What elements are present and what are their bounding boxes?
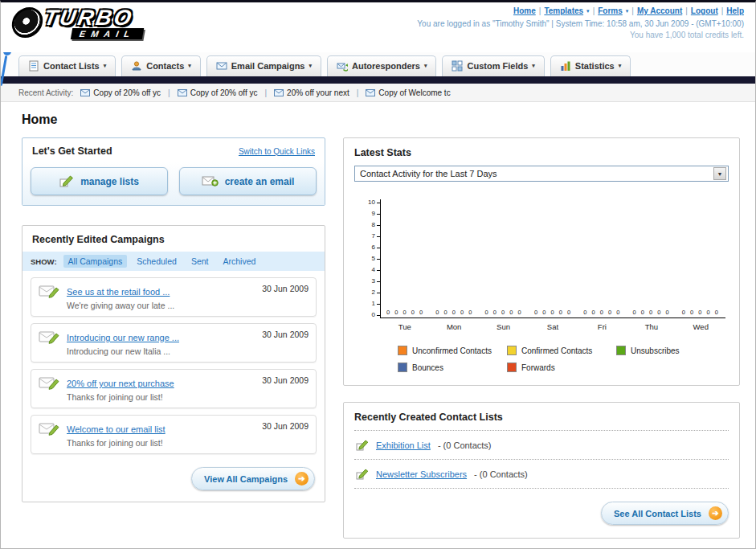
tab-label: Contacts bbox=[146, 61, 184, 71]
recent-activity-text: Copy of 20% off yc bbox=[190, 88, 258, 97]
recent-activity-item[interactable]: Copy of 20% off yc bbox=[80, 88, 161, 97]
login-info: You are logged in as "Timothy Smith" | S… bbox=[417, 19, 744, 28]
logo-text: TURBO EMAIL bbox=[44, 6, 143, 39]
stats-activity-select[interactable]: Contact Activity for the Last 7 Days ▼ bbox=[354, 166, 729, 182]
top-nav-help[interactable]: Help bbox=[726, 6, 744, 15]
legend-label: Confirmed Contacts bbox=[521, 346, 592, 355]
caret-icon: ▾ bbox=[188, 63, 191, 69]
contact-list-link[interactable]: Newsletter Subscribers bbox=[376, 469, 467, 479]
switch-quick-links-link[interactable]: Switch to Quick Links bbox=[239, 147, 315, 156]
filter-tab-scheduled[interactable]: Scheduled bbox=[132, 255, 182, 268]
legend-item: Forwards bbox=[507, 363, 616, 372]
contact-activity-chart: 109876543210 0 0 0 0 00 0 0 0 00 0 0 0 0… bbox=[362, 199, 725, 372]
campaign-list-item[interactable]: 20% off your next purchase Thanks for jo… bbox=[31, 369, 317, 408]
recent-activity-item[interactable]: Copy of Welcome tc bbox=[366, 88, 450, 97]
left-column: Let's Get Started Switch to Quick Links … bbox=[22, 137, 325, 502]
see-all-contact-lists-button[interactable]: See All Contact Lists ➔ bbox=[601, 502, 729, 525]
top-nav-home[interactable]: Home bbox=[513, 6, 536, 15]
campaign-title-link[interactable]: Introducing our new range ... bbox=[67, 333, 179, 342]
campaign-date: 30 Jun 2009 bbox=[262, 330, 309, 356]
header-right: Home | Templates ▾ | Forms ▾ | My Accoun… bbox=[417, 6, 744, 39]
top-nav-forms[interactable]: Forms bbox=[598, 6, 623, 15]
campaign-title-link[interactable]: Welcome to our email list bbox=[67, 424, 166, 434]
stats-panel-title: Latest Stats bbox=[354, 147, 729, 158]
chart-value-group: 0 0 0 0 0 bbox=[627, 309, 676, 318]
filter-tab-all-campaigns[interactable]: All Campaigns bbox=[63, 255, 128, 268]
chart-y-tick: 4 bbox=[372, 267, 380, 273]
right-column: Latest Stats Contact Activity for the La… bbox=[343, 137, 740, 539]
legend-swatch-icon bbox=[507, 363, 517, 372]
caret-icon: ▾ bbox=[532, 63, 535, 69]
legend-swatch-icon bbox=[398, 363, 407, 372]
top-nav-templates[interactable]: Templates bbox=[544, 6, 583, 15]
chart-legend: Unconfirmed ContactsConfirmed ContactsUn… bbox=[398, 346, 725, 372]
campaign-title-link[interactable]: 20% off your next purchase bbox=[67, 379, 174, 388]
separator: | bbox=[357, 88, 359, 97]
top-nav: Home | Templates ▾ | Forms ▾ | My Accoun… bbox=[417, 6, 744, 15]
tab-custom-fields[interactable]: Custom Fields ▾ bbox=[442, 55, 544, 76]
envelope-icon bbox=[366, 89, 375, 96]
tab-label: Email Campaigns bbox=[231, 61, 305, 71]
campaign-edit-icon bbox=[39, 330, 59, 344]
contacts-icon bbox=[131, 60, 142, 72]
campaign-date: 30 Jun 2009 bbox=[262, 284, 309, 310]
caret-icon: ▾ bbox=[424, 63, 427, 69]
contact-list-item[interactable]: Exhibition List - (0 Contacts) bbox=[354, 431, 729, 460]
chart-y-tick: 2 bbox=[372, 289, 380, 296]
recent-activity-label: Recent Activity: bbox=[18, 88, 73, 97]
create-email-button[interactable]: create an email bbox=[179, 167, 317, 195]
filter-tab-archived[interactable]: Archived bbox=[218, 255, 260, 268]
envelope-plus-icon bbox=[202, 175, 219, 187]
manage-lists-button[interactable]: manage lists bbox=[31, 167, 168, 195]
tab-autoresponders[interactable]: Autoresponders ▾ bbox=[327, 55, 436, 76]
top-nav-logout[interactable]: Logout bbox=[691, 6, 718, 15]
recent-activity-item[interactable]: Copy of 20% off yc bbox=[178, 88, 258, 97]
campaign-list-item[interactable]: Welcome to our email list Thanks for joi… bbox=[31, 415, 317, 454]
arrow-right-icon: ➔ bbox=[709, 506, 722, 520]
caret-icon: ▾ bbox=[309, 63, 312, 69]
contact-lists-icon bbox=[28, 60, 39, 72]
legend-label: Unsubscribes bbox=[631, 346, 680, 355]
chart-x-labels: TueMonSunSatFriThuWed bbox=[380, 318, 725, 331]
contact-list-link[interactable]: Exhibition List bbox=[376, 440, 431, 450]
contact-list-count: - (0 Contacts) bbox=[438, 440, 492, 450]
nav-divider-bar bbox=[1, 76, 755, 84]
logo-title: TURBO bbox=[42, 6, 145, 31]
top-nav-my-account[interactable]: My Account bbox=[637, 6, 682, 15]
pencil-paper-icon bbox=[59, 175, 74, 187]
chart-y-tick: 6 bbox=[372, 244, 380, 251]
select-caret-icon: ▼ bbox=[713, 167, 726, 180]
tab-email-campaigns[interactable]: Email Campaigns ▾ bbox=[206, 55, 321, 76]
email-campaigns-icon bbox=[216, 60, 227, 72]
campaign-subtitle: We're giving away our late ... bbox=[67, 301, 255, 310]
chart-x-label: Fri bbox=[578, 318, 627, 331]
chart-y-tick: 9 bbox=[372, 211, 380, 217]
view-all-campaigns-button[interactable]: View All Campaigns ➔ bbox=[191, 467, 315, 490]
tab-contact-lists[interactable]: Contact Lists ▾ bbox=[18, 55, 116, 76]
tab-label: Autoresponders bbox=[352, 61, 420, 71]
campaign-edit-icon bbox=[39, 375, 59, 390]
tab-label: Custom Fields bbox=[467, 61, 528, 71]
campaign-list-item[interactable]: Introducing our new range ... Introducin… bbox=[31, 323, 317, 363]
recently-edited-campaigns-panel: Recently Edited Campaigns SHOW: All Camp… bbox=[22, 225, 325, 502]
chart-plot: 0 0 0 0 00 0 0 0 00 0 0 0 00 0 0 0 00 0 … bbox=[380, 199, 725, 318]
chart-x-label: Wed bbox=[676, 318, 725, 331]
separator: | bbox=[539, 6, 541, 15]
custom-fields-icon bbox=[452, 60, 463, 72]
separator: | bbox=[593, 6, 595, 15]
tab-label: Statistics bbox=[575, 61, 615, 71]
chart-x-label: Thu bbox=[627, 318, 676, 331]
chart-value-group: 0 0 0 0 0 bbox=[381, 309, 430, 318]
tab-contacts[interactable]: Contacts ▾ bbox=[121, 55, 201, 76]
recent-activity-item[interactable]: 20% off your next bbox=[274, 88, 349, 97]
campaign-list-item[interactable]: See us at the retail food ... We're givi… bbox=[31, 277, 317, 317]
chart-y-axis: 109876543210 bbox=[362, 199, 380, 318]
campaign-edit-icon bbox=[39, 421, 59, 436]
app-window: TURBO EMAIL Home | Templates ▾ | Forms ▾… bbox=[0, 0, 756, 549]
see-all-contact-lists-label: See All Contact Lists bbox=[614, 509, 701, 518]
campaign-title-link[interactable]: See us at the retail food ... bbox=[67, 287, 170, 297]
separator: | bbox=[264, 88, 267, 97]
contact-list-item[interactable]: Newsletter Subscribers - (0 Contacts) bbox=[354, 460, 729, 489]
filter-tab-sent[interactable]: Sent bbox=[186, 255, 214, 268]
tab-statistics[interactable]: Statistics ▾ bbox=[550, 55, 631, 76]
